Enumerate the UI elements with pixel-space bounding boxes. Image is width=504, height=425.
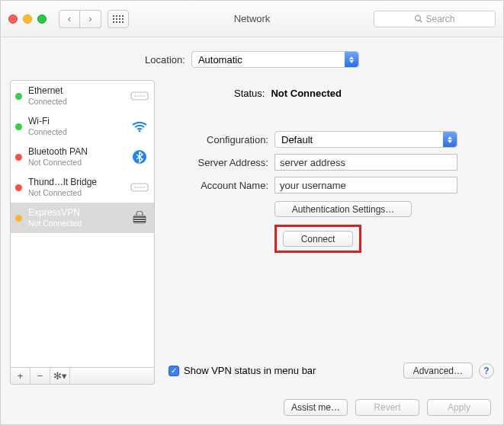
config-row: Configuration: Default [165,131,494,148]
add-interface-button[interactable]: + [11,368,30,384]
svg-line-1 [420,21,422,23]
remove-interface-button[interactable]: − [30,368,50,384]
show-status-label: Show VPN status in menu bar [184,365,316,376]
account-row: Account Name: [165,177,494,193]
search-icon [414,14,422,23]
vpn-icon [130,209,149,226]
wifi-icon [130,118,149,135]
minimize-icon[interactable] [23,14,32,24]
connect-button[interactable]: Connect [283,231,353,247]
interface-name: Bluetooth PAN [28,147,124,158]
ethernet-icon [130,179,149,196]
sidebar-item-thund-lt-bridge[interactable]: Thund…lt BridgeNot Connected [11,172,154,203]
network-prefs-window: ‹ › Network Search Location: Automatic E… [0,0,504,425]
server-row: Server Address: [165,154,494,171]
titlebar: ‹ › Network Search [1,1,503,37]
status-label: Status: [234,88,265,99]
help-button[interactable]: ? [479,363,494,379]
chevron-updown-icon [443,132,457,147]
sidebar-item-bluetooth-pan[interactable]: Bluetooth PANNot Connected [11,142,154,172]
status-dot-icon [15,184,22,191]
config-label: Configuration: [165,134,268,145]
status-dot-icon [15,123,22,130]
interface-info: Wi-FiConnected [28,117,124,136]
back-button[interactable]: ‹ [59,10,80,28]
interface-status: Not Connected [28,158,124,167]
location-row: Location: Automatic [1,37,503,80]
advanced-button[interactable]: Advanced… [403,363,473,379]
svg-point-0 [416,15,421,21]
body: EthernetConnectedWi-FiConnectedBluetooth… [1,80,503,391]
interface-status: Connected [28,127,124,136]
interface-info: Bluetooth PANNot Connected [28,147,124,167]
interface-name: Ethernet [28,86,124,97]
forward-button[interactable]: › [80,10,101,28]
server-label: Server Address: [165,157,268,168]
revert-button[interactable]: Revert [355,399,419,416]
nav-back-forward: ‹ › [59,10,101,28]
sidebar-footer: + − ✻▾ [10,368,155,385]
sidebar: EthernetConnectedWi-FiConnectedBluetooth… [10,80,155,385]
svg-point-3 [139,130,141,133]
footer: Assist me… Revert Apply [1,391,503,424]
interface-name: Thund…lt Bridge [28,177,124,188]
show-status-checkbox[interactable] [169,366,179,376]
location-select[interactable]: Automatic [191,51,359,68]
interface-info: Thund…lt BridgeNot Connected [28,177,124,197]
interface-list: EthernetConnectedWi-FiConnectedBluetooth… [10,80,155,368]
location-label: Location: [145,54,185,66]
status-dot-icon [15,215,22,222]
interface-status: Not Connected [28,219,124,228]
show-all-button[interactable] [108,10,129,28]
account-label: Account Name: [165,180,268,191]
zoom-icon[interactable] [37,14,47,24]
auth-settings-button[interactable]: Authentication Settings… [274,201,412,217]
bluetooth-icon [130,149,149,165]
sidebar-item-expressvpn[interactable]: ExpressVPNNot Connected [11,203,154,233]
interface-status: Connected [28,97,124,106]
traffic-lights [8,14,47,24]
show-status-row: Show VPN status in menu bar Advanced… ? [165,363,494,385]
location-value: Automatic [198,54,242,66]
grid-icon [113,15,124,23]
interface-info: EthernetConnected [28,86,124,106]
status-dot-icon [15,93,22,100]
ethernet-icon [130,88,149,104]
interface-info: ExpressVPNNot Connected [28,208,124,228]
interface-name: Wi-Fi [28,117,124,127]
status-value: Not Connected [271,88,341,99]
config-value: Default [281,134,313,145]
interface-name: ExpressVPN [28,208,124,219]
close-icon[interactable] [8,14,18,24]
search-placeholder: Search [425,14,454,24]
chevron-updown-icon [345,52,358,67]
apply-button[interactable]: Apply [427,399,491,416]
status-dot-icon [15,154,22,161]
server-address-input[interactable] [274,154,457,171]
config-select[interactable]: Default [274,131,457,148]
assist-button[interactable]: Assist me… [284,399,348,416]
main-panel: Status: Not Connected Configuration: Def… [165,80,494,385]
sidebar-item-wi-fi[interactable]: Wi-FiConnected [11,111,154,142]
account-name-input[interactable] [274,177,457,193]
interface-status: Not Connected [28,188,124,197]
search-input[interactable]: Search [374,11,496,27]
connect-highlight: Connect [274,225,361,253]
status-row: Status: Not Connected [165,80,494,113]
sidebar-item-ethernet[interactable]: EthernetConnected [11,81,154,111]
action-menu-button[interactable]: ✻▾ [50,368,70,384]
